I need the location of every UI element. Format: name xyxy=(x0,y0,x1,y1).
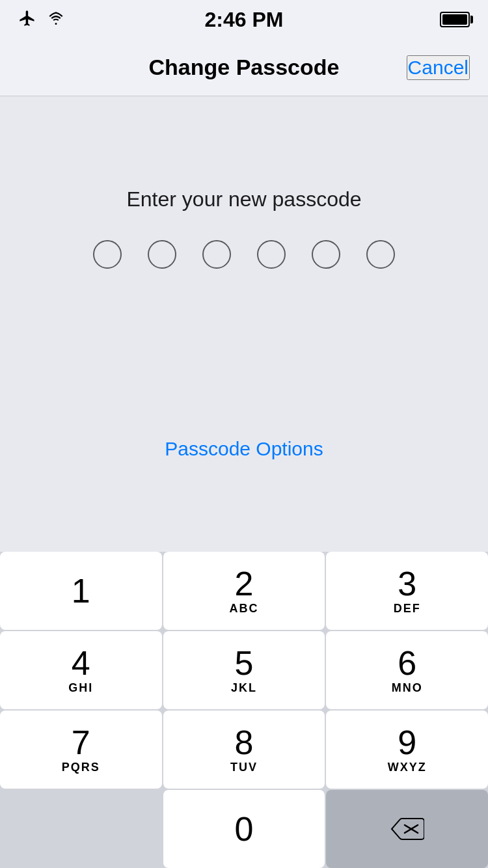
key-3-number: 3 xyxy=(398,567,416,601)
key-5-number: 5 xyxy=(235,646,254,680)
passcode-dot-6 xyxy=(366,240,395,269)
key-2-number: 2 xyxy=(235,567,254,601)
passcode-options-button[interactable]: Passcode Options xyxy=(165,438,323,460)
key-2-letters: ABC xyxy=(229,602,258,616)
airplane-icon xyxy=(18,9,36,30)
passcode-dot-5 xyxy=(312,240,340,269)
key-9-letters: WXYZ xyxy=(388,761,427,774)
battery-icon xyxy=(440,12,470,27)
delete-icon xyxy=(390,817,424,841)
key-7-letters: PQRS xyxy=(62,761,100,774)
status-left xyxy=(18,9,66,30)
passcode-dots xyxy=(93,240,395,269)
key-6[interactable]: 6 MNO xyxy=(326,631,488,709)
passcode-dot-3 xyxy=(202,240,231,269)
key-9-number: 9 xyxy=(398,726,416,759)
key-0[interactable]: 0 xyxy=(163,790,325,868)
key-5-letters: JKL xyxy=(231,681,257,695)
key-empty xyxy=(0,790,162,868)
passcode-prompt: Enter your new passcode xyxy=(126,187,361,211)
key-7-number: 7 xyxy=(72,726,90,759)
keypad: 1 2 ABC 3 DEF 4 GHI 5 JKL 6 MNO 7 PQRS 8… xyxy=(0,552,488,868)
key-8[interactable]: 8 TUV xyxy=(163,711,325,789)
key-7[interactable]: 7 PQRS xyxy=(0,711,162,789)
key-4[interactable]: 4 GHI xyxy=(0,631,162,709)
key-6-letters: MNO xyxy=(392,681,423,695)
key-8-letters: TUV xyxy=(230,761,258,774)
key-6-number: 6 xyxy=(398,646,416,680)
key-5[interactable]: 5 JKL xyxy=(163,631,325,709)
passcode-dot-2 xyxy=(148,240,176,269)
main-content: Enter your new passcode Passcode Options xyxy=(0,96,488,552)
status-bar: 2:46 PM xyxy=(0,0,488,39)
cancel-button[interactable]: Cancel xyxy=(407,55,470,80)
battery-fill xyxy=(442,14,467,25)
key-2[interactable]: 2 ABC xyxy=(163,552,325,630)
nav-bar: Change Passcode Cancel xyxy=(0,39,488,96)
key-1[interactable]: 1 xyxy=(0,552,162,630)
nav-title: Change Passcode xyxy=(149,55,340,80)
key-3[interactable]: 3 DEF xyxy=(326,552,488,630)
key-8-number: 8 xyxy=(235,726,254,759)
status-right xyxy=(440,12,470,27)
key-4-number: 4 xyxy=(72,646,90,680)
passcode-dot-4 xyxy=(257,240,286,269)
key-3-letters: DEF xyxy=(394,602,421,616)
key-9[interactable]: 9 WXYZ xyxy=(326,711,488,789)
key-0-number: 0 xyxy=(235,812,254,846)
passcode-dot-1 xyxy=(93,240,122,269)
key-4-letters: GHI xyxy=(68,681,93,695)
key-1-number: 1 xyxy=(72,574,90,608)
status-time: 2:46 PM xyxy=(205,8,284,32)
delete-button[interactable] xyxy=(326,790,488,868)
wifi-icon xyxy=(46,10,66,29)
